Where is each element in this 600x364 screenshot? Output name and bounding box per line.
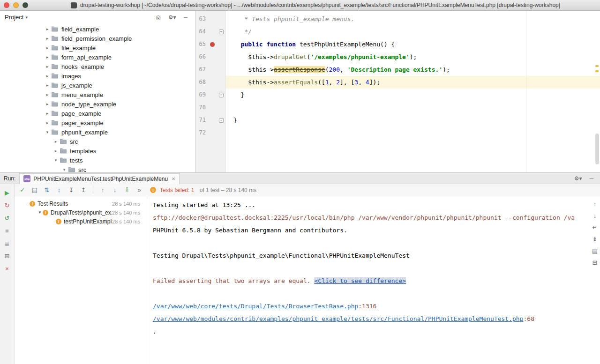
console-line: PHPUnit 6.5.8 by Sebastian Bergmann and … [147, 224, 600, 237]
tree-item-tests[interactable]: ▾tests [0, 156, 195, 165]
chevron-right-icon[interactable]: ▸ [53, 149, 59, 153]
chevron-right-icon[interactable]: ▸ [45, 92, 50, 97]
tree-item-pager_example[interactable]: ▸pager_example [0, 118, 195, 127]
console-lines: Testing started at 13:25 ...sftp://docke… [147, 196, 600, 338]
tree-item-menu_example[interactable]: ▸menu_example [0, 90, 195, 99]
down-the-stack-trace-icon[interactable]: ↓ [591, 212, 599, 219]
tree-item-label: tests [70, 157, 82, 164]
console-file-link[interactable]: /var/www/web/core/tests/Drupal/Tests/Bro… [153, 303, 358, 310]
tree-item-templates[interactable]: ▸templates [0, 146, 195, 156]
soft-wrap-icon[interactable]: ↵ [591, 223, 599, 231]
editor-line[interactable]: 70 [195, 101, 600, 114]
run-tab[interactable]: php PHPUnitExampleMenuTest.testPhpUnitEx… [19, 173, 179, 184]
rerun-failed-tests-button[interactable]: ↻ [3, 201, 11, 209]
chevron-right-icon[interactable]: ▸ [45, 64, 50, 69]
pin-tab-button[interactable]: ⊞ [3, 252, 11, 260]
show-passed-icon[interactable]: ✓ [18, 186, 27, 194]
collapse-all-icon[interactable]: ↥ [79, 186, 88, 194]
test-history-button[interactable]: ≣ [3, 239, 11, 247]
expand-all-icon[interactable]: ↧ [67, 186, 75, 194]
fold-marker-icon[interactable]: − [219, 30, 224, 34]
minimize-window-button[interactable] [13, 2, 19, 8]
show-console-icon[interactable]: ▤ [30, 186, 39, 194]
sort-by-duration-icon[interactable]: ↕ [55, 186, 63, 194]
import-test-results-icon[interactable]: ⇩ [123, 186, 131, 194]
previous-failed-test-icon[interactable]: ↑ [98, 186, 107, 194]
close-button[interactable]: × [3, 265, 11, 272]
settings-gear-icon[interactable]: ⚙▾ [574, 175, 582, 182]
editor[interactable]: 63 * Tests phpunit_example menus.64− */6… [195, 11, 600, 172]
stop-button[interactable]: ■ [3, 227, 11, 234]
editor-line[interactable]: 65 public function testPhpUnitExampleMen… [195, 38, 600, 51]
editor-line[interactable]: 69− } [195, 89, 600, 101]
toggle-auto-test-button[interactable]: ↺ [3, 214, 11, 222]
scroll-to-end-icon[interactable]: ⇟ [591, 235, 599, 243]
tree-item-src[interactable]: ▾src [0, 165, 195, 172]
editor-line[interactable]: 63 * Tests phpunit_example menus. [195, 13, 600, 25]
tree-item-page_example[interactable]: ▸page_example [0, 109, 195, 118]
chevron-right-icon[interactable]: ▸ [53, 139, 59, 144]
chevron-right-icon[interactable]: ▸ [45, 45, 50, 50]
tree-item-src[interactable]: ▸src [0, 137, 195, 146]
editor-line[interactable]: 66 $this->drupalGet('/examples/phpunit-e… [195, 51, 600, 63]
chevron-down-icon[interactable]: ▾ [61, 167, 67, 172]
chevron-down-icon[interactable]: ▾ [45, 130, 50, 134]
settings-gear-icon[interactable]: ⚙▾ [168, 14, 176, 21]
chevron-right-icon[interactable]: ▸ [45, 111, 50, 116]
tree-item-label: images [61, 73, 81, 80]
close-tab-icon[interactable]: × [172, 175, 175, 182]
warning-stripe-mark[interactable] [595, 70, 599, 72]
chevron-right-icon[interactable]: ▸ [45, 36, 50, 41]
chevron-down-icon[interactable]: ▾ [25, 15, 28, 20]
chevron-right-icon[interactable]: ▸ [45, 83, 50, 88]
tree-item-node_type_example[interactable]: ▸node_type_example [0, 99, 195, 109]
more-options-icon[interactable]: » [135, 186, 143, 194]
tree-item-images[interactable]: ▸images [0, 71, 195, 81]
sort-alphabetically-icon[interactable]: ⇅ [43, 186, 51, 194]
chevron-down-icon[interactable]: ▼ [37, 210, 43, 215]
tree-item-form_api_example[interactable]: ▸form_api_example [0, 52, 195, 62]
tree-item-js_example[interactable]: ▸js_example [0, 81, 195, 90]
clear-console-icon[interactable]: ⊟ [591, 259, 599, 266]
print-icon[interactable]: ▤ [591, 247, 599, 254]
chevron-down-icon[interactable]: ▾ [53, 158, 59, 163]
chevron-right-icon[interactable]: ▸ [45, 27, 50, 31]
tree-item-hooks_example[interactable]: ▸hooks_example [0, 62, 195, 71]
console-file-link[interactable]: /var/www/web/modules/contrib/examples/ph… [153, 315, 524, 322]
test-tree-row[interactable]: !testPhpUnitExampleM...28 s 140 ms [15, 217, 147, 226]
locate-file-icon[interactable]: ◎ [156, 14, 160, 21]
up-the-stack-trace-icon[interactable]: ↑ [591, 200, 599, 208]
see-difference-link[interactable]: <Click to see difference> [314, 277, 406, 284]
tree-item-field_permission_example[interactable]: ▸field_permission_example [0, 34, 195, 43]
editor-line[interactable]: 64− */ [195, 25, 600, 38]
console-output[interactable]: Testing started at 13:25 ...sftp://docke… [147, 196, 600, 364]
project-header-label[interactable]: Project [5, 14, 23, 21]
tree-item-file_example[interactable]: ▸file_example [0, 43, 195, 52]
close-window-button[interactable] [4, 2, 9, 8]
tree-item-phpunit_example[interactable]: ▾phpunit_example [0, 127, 195, 137]
rerun-test-button[interactable]: ▶ [3, 189, 11, 196]
test-tree-row[interactable]: !Test Results28 s 140 ms [15, 199, 147, 208]
tree-item-field_example[interactable]: ▸field_example [0, 24, 195, 34]
code-text [226, 126, 600, 139]
editor-line[interactable]: 71−} [195, 114, 600, 126]
chevron-right-icon[interactable]: ▸ [45, 120, 50, 125]
chevron-right-icon[interactable]: ▸ [45, 102, 50, 106]
test-tree-row[interactable]: ▼!Drupal\Tests\phpunit_ex...28 s 140 ms [15, 208, 147, 217]
warning-stripe-mark[interactable] [595, 65, 599, 67]
editor-line[interactable]: 72 [195, 126, 600, 139]
zoom-window-button[interactable] [22, 2, 28, 8]
hide-panel-icon[interactable]: ─ [183, 14, 188, 21]
next-failed-test-icon[interactable]: ↓ [111, 186, 119, 194]
hide-panel-icon[interactable]: ─ [589, 175, 593, 182]
fold-marker-icon[interactable]: − [219, 118, 224, 123]
line-number: 69 [195, 89, 206, 101]
failed-test-gutter-icon[interactable] [210, 42, 215, 47]
editor-line[interactable]: 67 $this->assertResponse(200, 'Descripti… [195, 63, 600, 76]
editor-scrollbar-thumb[interactable] [595, 134, 599, 164]
editor-gutter-cell: 69− [195, 89, 226, 101]
fold-marker-icon[interactable]: − [219, 93, 224, 97]
editor-line[interactable]: 68 $this->assertEquals([1, 2], [3, 4]); [195, 76, 600, 89]
chevron-right-icon[interactable]: ▸ [45, 74, 50, 78]
chevron-right-icon[interactable]: ▸ [45, 55, 50, 59]
